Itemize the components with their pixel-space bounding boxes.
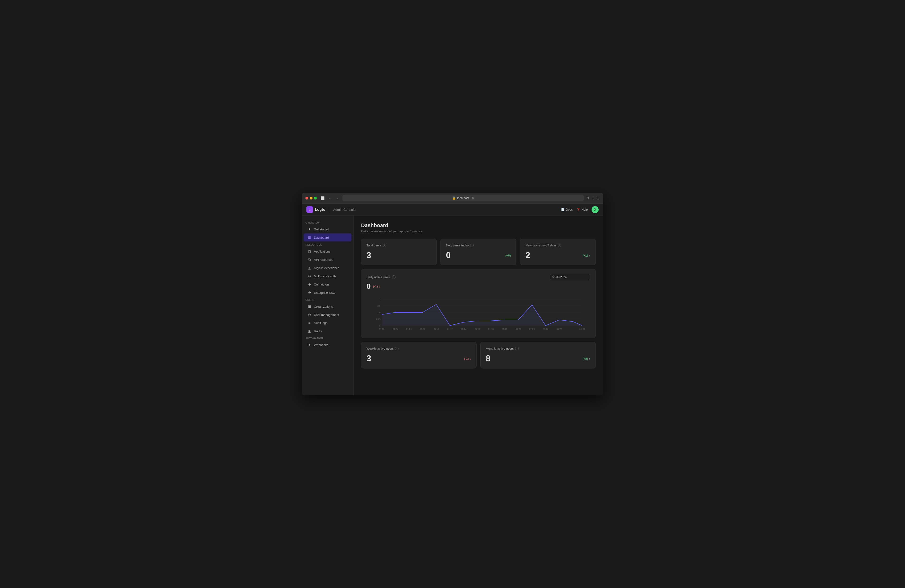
avatar[interactable]: X (592, 206, 599, 213)
reload-icon[interactable]: ↻ (472, 196, 474, 200)
sidebar-label-multi-factor-auth: Multi-factor auth (314, 274, 336, 278)
svg-text:01-06: 01-06 (406, 328, 411, 330)
new-users-7days-value: 2 (526, 250, 530, 260)
sidebar-item-dashboard[interactable]: ▦ Dashboard (303, 233, 351, 241)
sidebar-toggle[interactable]: ⬜ (319, 196, 325, 200)
total-users-label: Total users (367, 244, 381, 247)
close-button[interactable] (305, 197, 308, 200)
new-users-7days-info-icon[interactable]: i (558, 244, 561, 247)
daily-active-users-card: Daily active users i 0 (-1) ↓ (361, 269, 596, 338)
chart-header: Daily active users i (367, 274, 591, 280)
new-users-today-card: New users today i 0 (+0) (440, 239, 516, 265)
daily-active-users-label: Daily active users (367, 276, 391, 279)
monthly-active-value: 8 (486, 353, 491, 363)
topbar-right: 📄 Docs ❓ Help X (561, 206, 599, 213)
sidebar-item-multi-factor-auth[interactable]: ⊙ Multi-factor auth (303, 272, 351, 280)
sidebar-item-connectors[interactable]: ⊕ Connectors (303, 281, 351, 288)
browser-actions: ⬆ + ⊞ (587, 196, 600, 200)
sidebar-item-applications[interactable]: ◻ Applications (303, 247, 351, 255)
dashboard-icon: ▦ (307, 235, 311, 239)
topbar-divider (329, 207, 329, 212)
sidebar-item-audit-logs[interactable]: ≡ Audit logs (303, 319, 351, 327)
total-users-card: Total users i 3 (361, 239, 437, 265)
new-users-today-label: New users today (446, 244, 469, 247)
sidebar-label-dashboard: Dashboard (314, 236, 329, 239)
users-section-label: USERS (302, 297, 353, 302)
daily-active-value: 0 (367, 282, 371, 291)
main-layout: OVERVIEW ✦ Get started ▦ Dashboard RESOU… (302, 216, 603, 395)
monthly-active-header: Monthly active users i (486, 347, 591, 350)
browser-nav: ⬜ ← → (319, 196, 340, 200)
svg-text:01-24: 01-24 (529, 328, 535, 330)
minimize-button[interactable] (310, 197, 313, 200)
docs-button[interactable]: 📄 Docs (561, 208, 573, 211)
webhooks-icon: ✦ (307, 343, 311, 347)
sidebar-item-webhooks[interactable]: ✦ Webhooks (303, 341, 351, 349)
sidebar-label-connectors: Connectors (314, 283, 329, 286)
content-area: Dashboard Get an overview about your app… (354, 216, 603, 395)
monthly-active-users-card: Monthly active users i 8 (+8) ↑ (480, 342, 596, 368)
sidebar: OVERVIEW ✦ Get started ▦ Dashboard RESOU… (302, 216, 354, 395)
sidebar-item-organizations[interactable]: ⊞ Organizations (303, 303, 351, 311)
sidebar-label-enterprise-sso: Enterprise SSO (314, 291, 335, 295)
new-users-today-value: 0 (446, 250, 451, 260)
address-bar[interactable]: 🔒 localhost ↻ (343, 195, 584, 201)
new-users-7days-body: 2 (+1) ↑ (526, 250, 591, 260)
sidebar-item-enterprise-sso[interactable]: ⊗ Enterprise SSO (303, 288, 351, 296)
overview-section-label: OVERVIEW (302, 220, 353, 225)
api-resources-icon: ⧉ (307, 257, 311, 262)
help-icon: ❓ (576, 208, 580, 211)
help-button[interactable]: ❓ Help (576, 208, 588, 211)
sidebar-item-user-management[interactable]: ⊙ User management (303, 311, 351, 319)
grid-button[interactable]: ⊞ (597, 196, 600, 200)
sidebar-item-sign-in-experience[interactable]: ◫ Sign-in experience (303, 264, 351, 272)
logo-icon: L (306, 206, 313, 213)
chart-date-input[interactable] (550, 274, 591, 280)
sidebar-label-roles: Roles (314, 329, 322, 333)
audit-logs-icon: ≡ (307, 321, 311, 325)
daily-active-users-info-icon[interactable]: i (392, 276, 395, 279)
new-users-today-body: 0 (+0) (446, 250, 511, 260)
sidebar-label-webhooks: Webhooks (314, 343, 328, 347)
svg-text:01-10: 01-10 (433, 328, 439, 330)
enterprise-sso-icon: ⊗ (307, 290, 311, 295)
share-button[interactable]: ⬆ (587, 196, 590, 200)
sidebar-item-get-started[interactable]: ✦ Get started (303, 225, 351, 233)
weekly-active-label: Weekly active users (367, 347, 394, 350)
user-management-icon: ⊙ (307, 312, 311, 317)
stats-row: Total users i 3 New users today i 0 (+0) (361, 239, 596, 265)
svg-text:01-28: 01-28 (556, 328, 562, 330)
chart-title-area: Daily active users i (367, 276, 395, 279)
daily-active-chart: 3 2.3 1.5 0.75 0 01-02 01-04 (367, 295, 591, 332)
docs-icon: 📄 (561, 208, 565, 211)
svg-text:01-12: 01-12 (447, 328, 452, 330)
sidebar-item-api-resources[interactable]: ⧉ API resources (303, 255, 351, 264)
multi-factor-auth-icon: ⊙ (307, 274, 311, 278)
new-tab-button[interactable]: + (592, 196, 594, 200)
sidebar-label-audit-logs: Audit logs (314, 321, 327, 325)
weekly-active-users-card: Weekly active users i 3 (-1) ↓ (361, 342, 476, 368)
weekly-active-body: 3 (-1) ↓ (367, 353, 471, 363)
get-started-icon: ✦ (307, 227, 311, 231)
svg-text:1.5: 1.5 (377, 311, 380, 314)
svg-text:01-26: 01-26 (543, 328, 548, 330)
forward-button[interactable]: → (334, 196, 340, 200)
sidebar-label-api-resources: API resources (314, 258, 333, 262)
admin-console-label: Admin Console (333, 208, 356, 212)
chart-svg-container: 3 2.3 1.5 0.75 0 01-02 01-04 (367, 295, 591, 333)
new-users-today-info-icon[interactable]: i (470, 244, 474, 247)
weekly-active-info-icon[interactable]: i (395, 347, 399, 350)
back-button[interactable]: ← (327, 196, 333, 200)
sidebar-item-roles[interactable]: ▣ Roles (303, 327, 351, 335)
monthly-active-info-icon[interactable]: i (515, 347, 519, 350)
fullscreen-button[interactable] (314, 197, 317, 200)
svg-marker-10 (382, 304, 582, 326)
monthly-active-body: 8 (+8) ↑ (486, 353, 591, 363)
weekly-active-header: Weekly active users i (367, 347, 471, 350)
total-users-info-icon[interactable]: i (383, 244, 386, 247)
logo-text: Logto (315, 208, 325, 212)
sidebar-label-sign-in-experience: Sign-in experience (314, 266, 339, 270)
weekly-active-change: (-1) ↓ (464, 357, 471, 360)
lock-icon: 🔒 (452, 196, 456, 200)
app-topbar: L Logto Admin Console 📄 Docs ❓ Help X (302, 204, 603, 216)
